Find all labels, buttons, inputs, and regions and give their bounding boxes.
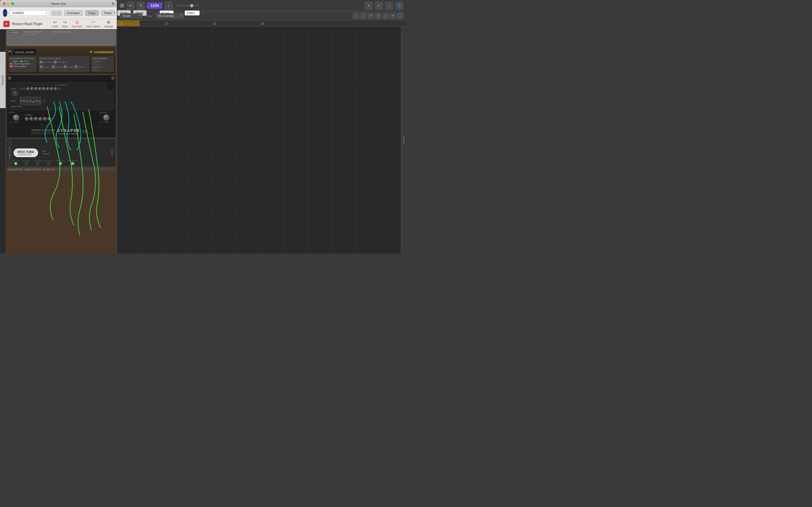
timeline-ruler: 13 17 21 25	[117, 20, 406, 26]
vent-line	[107, 82, 113, 82]
maximize-button[interactable]	[11, 2, 14, 5]
audio-inputs-btn[interactable]: AUDIO INPUTS	[8, 168, 22, 170]
left-input-port	[14, 162, 17, 165]
gain-fader-5[interactable]	[33, 97, 35, 105]
list-btn[interactable]: ≡	[365, 2, 373, 10]
pitch-wheel-knob[interactable]	[54, 60, 57, 64]
more-btn[interactable]: —	[397, 13, 403, 19]
settings-rack-tool[interactable]: ⚙ Settings	[104, 20, 113, 28]
gain-fader-7[interactable]	[39, 97, 41, 105]
eq-website: WWW.SYNAPSE-AUDIO.COM	[31, 133, 55, 135]
freq-knob-7[interactable]	[50, 87, 53, 91]
input-label: INPUT	[9, 112, 23, 114]
freq-knob-3[interactable]	[34, 87, 38, 91]
extra-icon: ⇕	[377, 14, 379, 17]
hide-cables-tool[interactable]: 〰 Hide Cables	[86, 20, 100, 28]
metronome-btn[interactable]: ♩	[165, 2, 172, 10]
rack-header: R Reason Rack Plugin ↩ Undo ↪ Redo ⊡ Fli…	[0, 19, 117, 29]
drag-dropdown[interactable]: No Overlap ▼	[156, 13, 184, 18]
right-output-port	[71, 162, 74, 165]
reso-knob-4[interactable]	[38, 117, 42, 121]
mod-wheel-knob[interactable]	[40, 60, 43, 64]
volume-slider[interactable]	[176, 5, 199, 6]
eq-expand-btn[interactable]: +	[111, 76, 114, 80]
link-btn[interactable]: ⇔	[390, 13, 396, 19]
freq-knob-5[interactable]	[42, 87, 45, 91]
undo-rack-tool[interactable]: ↩ Undo	[52, 20, 58, 28]
extra-tool-btn[interactable]: ⇕	[375, 13, 381, 19]
q-reso-knobs	[25, 117, 98, 121]
compare-button[interactable]: Compare	[64, 10, 83, 16]
volume-thumb[interactable]	[190, 4, 193, 7]
rotary1-knob[interactable]	[40, 65, 43, 69]
smart-arrow: ▼	[139, 14, 141, 17]
reso-knob-3[interactable]	[34, 117, 38, 121]
rotary3-knob[interactable]	[63, 65, 67, 69]
left-label: LEFT	[9, 121, 13, 123]
pitch-wheel-label: Pitch Wheel	[58, 61, 67, 63]
gain-fader-2[interactable]	[23, 97, 26, 105]
vent-line	[107, 89, 113, 89]
freq-knob-1[interactable]	[26, 87, 30, 91]
gain-fader-1[interactable]	[20, 97, 22, 105]
reso-knob-1[interactable]	[25, 117, 29, 121]
view-dropdown[interactable]: Editor ▼	[185, 10, 200, 15]
right-output-label: RIGHT OUTPUT	[67, 160, 78, 162]
rotary2-knob[interactable]	[52, 65, 56, 69]
combi-in-L	[93, 62, 95, 65]
copy-button[interactable]: Copy	[85, 10, 99, 16]
left-output-section: LEFT OUTPUT	[56, 160, 65, 165]
freq-knob-6[interactable]	[46, 87, 49, 91]
rack-toolbar: ↩ Undo ↪ Redo ⊡ Flip Rack 〰 Hide Cables …	[52, 20, 113, 28]
output-knob[interactable]	[103, 114, 109, 121]
plugin-name-dropdown[interactable]: Untitled ▼	[10, 10, 49, 16]
gr-out-btn[interactable]: GR Out + CV	[43, 168, 54, 170]
smart-dropdown[interactable]: Smart ▼	[120, 13, 142, 18]
rotary4-knob[interactable]	[74, 65, 78, 69]
note-tool-btn[interactable]: ♩	[360, 13, 366, 19]
paste-button[interactable]: Paste	[101, 10, 115, 16]
waveform-btn[interactable]: ≈	[353, 13, 359, 19]
freq-knob-2[interactable]	[30, 87, 34, 91]
flip-rack-tool[interactable]: ⊡ Flip Rack	[72, 20, 83, 28]
show-programmer-row: Show Programmer	[10, 63, 36, 65]
gain-fader-6[interactable]	[36, 97, 38, 105]
align-btn[interactable]: ⇔	[368, 13, 374, 19]
close-button[interactable]	[3, 2, 6, 5]
check-btn[interactable]: ✓	[375, 2, 383, 10]
combinator-collapse[interactable]: ▾	[8, 50, 11, 53]
daw-close-button[interactable]: ✕	[120, 3, 124, 8]
eq-full-name: GRAPHIC EQUALIZER	[31, 129, 55, 131]
minimize-button[interactable]	[7, 2, 10, 5]
on-off-btn[interactable]: ON OFF	[12, 91, 18, 96]
power-button[interactable]: ⏻	[3, 9, 7, 17]
user-btn[interactable]: 👤	[395, 2, 403, 10]
freq-row: FREQ	[11, 87, 112, 91]
ruler-17: 17	[165, 22, 168, 25]
grid-h-7	[117, 105, 406, 106]
link-icon[interactable]: ⛓	[201, 11, 204, 15]
reso-knob-2[interactable]	[29, 117, 33, 121]
input-knob[interactable]	[13, 114, 19, 121]
audio-outputs-btn[interactable]: AUDIO OUTPUTS	[24, 168, 41, 170]
gain-fader-4[interactable]	[29, 97, 32, 105]
audio-in-port-2	[27, 36, 30, 38]
reso-knob-6[interactable]	[47, 117, 51, 121]
shape-btn[interactable]: ◇	[382, 13, 389, 19]
pencil-tool-btn[interactable]: ✏	[126, 2, 135, 10]
audio-in-ports	[24, 36, 43, 38]
search-btn[interactable]: ⌕	[385, 2, 393, 10]
reso-knob-5[interactable]	[43, 117, 47, 121]
close-icon[interactable]	[112, 2, 114, 5]
nav-back-button[interactable]: ‹	[51, 10, 56, 16]
rack-scroll-content[interactable]: I/O DEVICE AUDIO IN FROM HOST L SIDECHAI…	[6, 29, 117, 253]
freq-knob-4[interactable]	[38, 87, 42, 91]
gain-fader-3[interactable]	[26, 97, 29, 105]
freq-knob-8[interactable]	[54, 87, 57, 91]
right-output-section: RIGHT OUTPUT	[67, 160, 78, 165]
eq-close-btn[interactable]: ✕	[8, 76, 11, 80]
redo-rack-tool[interactable]: ↪ Redo	[62, 20, 68, 28]
s-tool-btn[interactable]: S	[137, 2, 145, 10]
browser-sidebar[interactable]: Browser	[0, 52, 6, 108]
nav-forward-button[interactable]: ›	[57, 10, 61, 16]
